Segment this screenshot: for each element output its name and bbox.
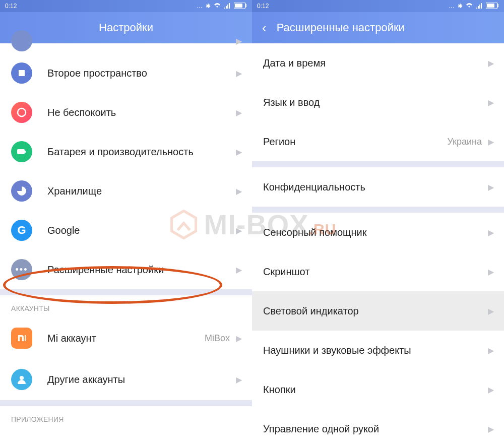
settings-row-partial[interactable]: ▶: [0, 43, 252, 53]
chevron-right-icon: ▶: [236, 147, 242, 157]
chevron-right-icon: ▶: [488, 424, 494, 434]
settings-row-datetime[interactable]: Дата и время ▶: [252, 43, 504, 83]
settings-row-dnd[interactable]: Не беспокоить ▶: [0, 93, 252, 132]
battery-icon: [486, 3, 499, 10]
chevron-right-icon: ▶: [488, 58, 494, 68]
chevron-right-icon: ▶: [488, 137, 494, 147]
row-label: Регион: [263, 136, 447, 148]
svg-rect-3: [19, 70, 25, 76]
settings-row-storage[interactable]: Хранилище ▶: [0, 171, 252, 211]
header-title: Расширенные настройки: [277, 21, 405, 34]
row-label: Не беспокоить: [47, 107, 236, 118]
status-icons: … ✱: [449, 3, 499, 10]
chevron-right-icon: ▶: [488, 346, 494, 355]
chevron-right-icon: ▶: [488, 182, 494, 192]
wifi-icon: [214, 3, 221, 10]
svg-point-4: [18, 108, 26, 116]
phone-left: 0:12 … ✱ Настройки ▶ Второе пространство…: [0, 0, 252, 448]
settings-row-privacy[interactable]: Конфиденциальность ▶: [252, 167, 504, 207]
row-value: Украина: [447, 137, 482, 147]
chevron-right-icon: ▶: [488, 267, 494, 277]
settings-row-google[interactable]: G Google ▶: [0, 211, 252, 250]
header: Настройки: [0, 12, 252, 43]
section-accounts: АККАУНТЫ: [0, 295, 252, 317]
battery-perf-icon: [11, 141, 32, 162]
chevron-right-icon: ▶: [236, 69, 242, 78]
google-icon: G: [11, 220, 32, 241]
settings-row-sensor-assistant[interactable]: Сенсорный помощник ▶: [252, 213, 504, 252]
row-label: Скриншот: [263, 266, 488, 278]
row-label: Управление одной рукой: [263, 423, 488, 435]
section-gap: [252, 207, 504, 213]
settings-row-other-accounts[interactable]: Другие аккаунты ▶: [0, 359, 252, 400]
settings-row-mi-account[interactable]: Mi аккаунт MiBox ▶: [0, 317, 252, 359]
more-icon: …: [197, 3, 203, 10]
settings-row-battery[interactable]: Батарея и производительность ▶: [0, 132, 252, 171]
settings-row-advanced[interactable]: ••• Расширенные настройки ▶: [0, 250, 252, 289]
row-label: Язык и ввод: [263, 97, 488, 108]
section-apps: ПРИЛОЖЕНИЯ: [0, 406, 252, 428]
status-bar: 0:12 … ✱: [0, 0, 252, 12]
bluetooth-icon: ✱: [206, 3, 211, 10]
settings-row-screenshot[interactable]: Скриншот ▶: [252, 252, 504, 291]
mi-account-icon: [11, 328, 32, 349]
chevron-right-icon: ▶: [236, 108, 242, 117]
row-label: Световой индикатор: [263, 305, 488, 317]
svg-rect-1: [245, 4, 246, 7]
storage-icon: [11, 180, 32, 202]
settings-row-language[interactable]: Язык и ввод ▶: [252, 83, 504, 122]
settings-row-second-space[interactable]: Второе пространство ▶: [0, 53, 252, 93]
chevron-right-icon: ▶: [236, 334, 242, 343]
section-gap: [252, 161, 504, 167]
status-bar: 0:12 … ✱: [252, 0, 504, 12]
row-label: Mi аккаунт: [47, 333, 205, 344]
header-title: Настройки: [99, 21, 153, 34]
chevron-right-icon: ▶: [488, 228, 494, 237]
status-time: 0:12: [5, 3, 17, 10]
desktop-icon: [11, 30, 32, 51]
row-label: Батарея и производительность: [47, 145, 236, 158]
more-icon: …: [449, 3, 455, 10]
row-label: Конфиденциальность: [263, 181, 488, 193]
settings-row-headphones[interactable]: Наушники и звуковые эффекты ▶: [252, 331, 504, 370]
chevron-right-icon: ▶: [488, 98, 494, 107]
status-icons: … ✱: [197, 3, 247, 10]
chevron-right-icon: ▶: [236, 186, 242, 196]
chevron-right-icon: ▶: [236, 265, 242, 275]
section-gap: [0, 289, 252, 295]
row-label: Другие аккаунты: [47, 374, 236, 386]
row-label: Хранилище: [47, 185, 236, 197]
phone-right: 0:12 … ✱ ‹ Расширенные настройки Дата и …: [252, 0, 504, 448]
settings-row-onehand[interactable]: Управление одной рукой ▶: [252, 409, 504, 448]
svg-rect-10: [487, 4, 494, 8]
dnd-icon: [11, 102, 32, 123]
row-label: Наушники и звуковые эффекты: [263, 345, 488, 356]
chevron-right-icon: ▶: [488, 385, 494, 395]
svg-rect-9: [497, 4, 498, 7]
svg-rect-5: [17, 149, 25, 154]
signal-icon: [476, 3, 483, 10]
back-button[interactable]: ‹: [262, 21, 267, 34]
row-label: Сенсорный помощник: [263, 227, 488, 238]
row-label: Кнопки: [263, 384, 488, 396]
signal-icon: [224, 3, 231, 10]
row-label: Второе пространство: [47, 68, 236, 79]
other-accounts-icon: [11, 369, 32, 390]
chevron-right-icon: ▶: [236, 36, 242, 46]
settings-row-buttons[interactable]: Кнопки ▶: [252, 370, 504, 409]
advanced-icon: •••: [11, 259, 32, 280]
row-label: Дата и время: [263, 57, 488, 69]
chevron-right-icon: ▶: [236, 375, 242, 385]
svg-rect-2: [235, 4, 242, 8]
status-time: 0:12: [257, 3, 269, 10]
bluetooth-icon: ✱: [458, 3, 463, 10]
settings-row-led[interactable]: Световой индикатор ▶: [252, 291, 504, 331]
second-space-icon: [11, 62, 32, 84]
row-label: Google: [47, 225, 236, 236]
chevron-right-icon: ▶: [488, 306, 494, 316]
settings-row-region[interactable]: Регион Украина ▶: [252, 122, 504, 161]
svg-point-7: [20, 376, 24, 380]
header: ‹ Расширенные настройки: [252, 12, 504, 43]
chevron-right-icon: ▶: [236, 226, 242, 235]
section-gap: [0, 400, 252, 406]
